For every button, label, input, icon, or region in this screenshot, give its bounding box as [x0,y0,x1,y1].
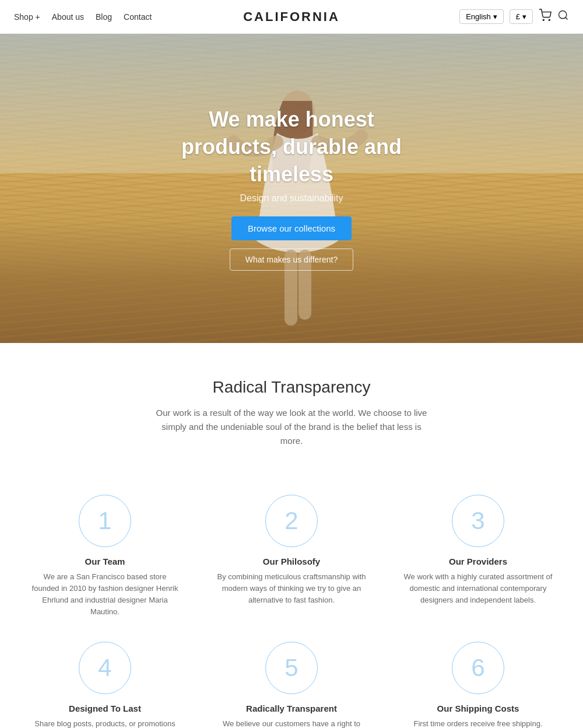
navbar: Shop + About us Blog Contact CALIFORNIA … [0,0,583,34]
feature-circle-1: 1 [79,495,131,547]
transparency-body: Our work is a result of the way we look … [152,406,431,448]
feature-body-4: Share blog posts, products, or promotion… [29,718,181,728]
what-makes-us-different-button[interactable]: What makes us different? [230,249,353,271]
feature-title-3: Our Providers [402,556,554,566]
feature-circle-3: 3 [452,495,504,547]
feature-body-2: By combining meticulous craftsmanship wi… [216,571,367,606]
feature-circle-6: 6 [452,642,504,694]
svg-point-2 [559,11,567,19]
chevron-down-icon-currency: ▾ [522,12,526,21]
feature-grid: 1 Our Team We are a San Francisco based … [0,460,583,728]
currency-label: £ [516,12,520,21]
feature-item-4: 4 Designed To Last Share blog posts, pro… [12,630,198,728]
chevron-down-icon: ▾ [493,12,497,21]
feature-item-2: 2 Our Philosofy By combining meticulous … [198,483,385,630]
svg-point-0 [543,19,544,20]
cart-icon[interactable] [539,9,552,24]
feature-body-3: We work with a highly curated assortment… [402,571,554,606]
browse-collections-button[interactable]: Browse our collections [231,216,352,240]
brand-logo[interactable]: CALIFORNIA [243,9,340,24]
nav-right: English ▾ £ ▾ [459,9,569,24]
feature-title-6: Our Shipping Costs [402,704,554,713]
feature-title-1: Our Team [29,556,181,566]
hero-subtitle: Design and sustainability [169,193,414,204]
feature-item-6: 6 Our Shipping Costs First time orders r… [385,630,571,728]
nav-contact[interactable]: Contact [124,12,152,22]
currency-selector[interactable]: £ ▾ [510,9,533,24]
feature-circle-5: 5 [265,642,318,694]
feature-circle-2: 2 [265,495,318,547]
feature-title-4: Designed To Last [29,704,181,713]
feature-item-3: 3 Our Providers We work with a highly cu… [385,483,571,630]
feature-body-6: First time orders receive free shipping.… [402,718,554,728]
nav-about[interactable]: About us [52,12,84,22]
feature-title-2: Our Philosofy [216,556,367,566]
hero-title: We make honest products, durable and tim… [169,106,414,188]
transparency-heading: Radical Transparency [23,378,560,397]
svg-line-3 [566,18,568,20]
hero-buttons: Browse our collections What makes us dif… [169,204,414,271]
svg-point-1 [549,19,550,20]
feature-item-1: 1 Our Team We are a San Francisco based … [12,483,198,630]
feature-title-5: Radically Transparent [216,704,367,713]
hero-content: We make honest products, durable and tim… [169,106,414,270]
search-icon[interactable] [557,9,569,24]
feature-item-5: 5 Radically Transparent We believe our c… [198,630,385,728]
transparency-section: Radical Transparency Our work is a resul… [0,343,583,460]
hero-section: We make honest products, durable and tim… [0,34,583,343]
feature-body-1: We are a San Francisco based store found… [29,571,181,618]
nav-left: Shop + About us Blog Contact [14,12,152,22]
feature-circle-4: 4 [79,642,131,694]
nav-shop[interactable]: Shop + [14,12,40,22]
language-selector[interactable]: English ▾ [459,9,504,24]
language-label: English [466,12,491,21]
feature-body-5: We believe our customers have a right to… [216,718,367,728]
nav-blog[interactable]: Blog [96,12,112,22]
